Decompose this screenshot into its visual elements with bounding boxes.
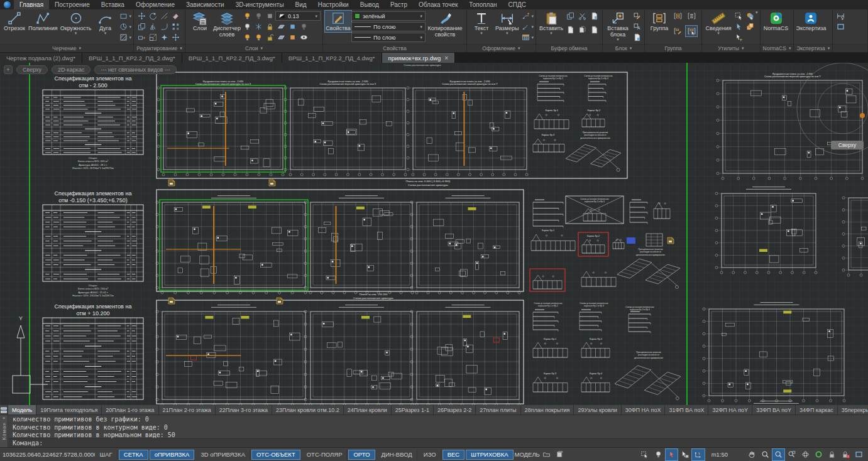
tool-cursorDash[interactable] [733,11,744,21]
tool-pie[interactable] [118,21,129,32]
tool-stackSq[interactable] [744,21,755,32]
model-space-drawing[interactable]: Схема расположения арматурыСпецификация … [0,63,868,405]
tool-cursorBlue[interactable] [733,21,744,32]
button-layersBig[interactable]: Слои [187,11,212,32]
tool-lampOff[interactable] [253,11,264,21]
tool-arrayR[interactable] [170,21,181,32]
nav-lens[interactable] [772,449,784,460]
sheet-tab-33ФП ВА поY[interactable]: 33ФП ВА поY [752,405,796,415]
nav-ringG[interactable] [813,449,825,460]
viewport-control-2[interactable]: 2D-каркас [52,65,91,74]
menu-tab-Вывод[interactable]: Вывод [354,0,385,9]
sheet-tab-28план покрытия[interactable]: 28план покрытия [521,405,574,415]
button-brush[interactable]: Копирование свойств [426,11,464,38]
viewport-control-1[interactable]: Сверху [16,65,48,74]
tool-docGear[interactable] [588,11,600,21]
ribbon-group-label[interactable]: Слои▾ [185,44,322,52]
tool-trim[interactable] [158,11,170,21]
command-input[interactable]: Команда: [9,438,868,447]
menu-tab-Растр[interactable]: Растр [385,0,413,9]
sheet-list-button[interactable] [0,405,8,415]
toggle-оПРИВЯЗКА[interactable]: оПРИВЯЗКА [150,450,195,460]
ribbon-group-label[interactable]: Группа [645,44,701,52]
tool-explode[interactable] [158,32,170,43]
tool-leader2[interactable] [520,21,531,32]
tool-snow[interactable] [253,21,264,32]
tool-plane[interactable] [275,32,287,43]
status-ucsAxes[interactable] [692,449,704,460]
tool-bulb[interactable] [241,21,253,32]
sheet-tab-Модель[interactable]: Модель [8,405,36,415]
sheet-tab-20План 1-го этажа[interactable]: 20План 1-го этажа [102,405,158,415]
close-icon[interactable]: × [3,415,6,421]
toggle-ШАГ[interactable]: ШАГ [95,450,118,460]
tool-lampOn[interactable] [253,32,264,43]
tool-copy2[interactable] [564,11,576,21]
color-combo[interactable]: зелёный▾ [351,11,426,21]
tool-lampOn[interactable] [241,32,253,43]
menu-tab-СПДС[interactable]: СПДС [503,0,532,9]
button-blockIns[interactable]: Вставка блока▾ [605,11,631,42]
menu-tab-Оформление[interactable]: Оформление [130,0,180,9]
sheet-tab-31ФП ВА поХ[interactable]: 31ФП ВА поХ [665,405,708,415]
sheet-tab-27план плиты[interactable]: 27план плиты [476,405,520,415]
sheet-tab-24План кровли[interactable]: 24План кровли [344,405,392,415]
sheet-tab-21План 2-го этажа[interactable]: 21План 2-го этажа [159,405,216,415]
tool-lockOpen[interactable] [264,32,275,43]
sheet-tab-35перекрытие нижняя X[interactable]: 35перекрытие нижняя X [838,405,868,415]
annotation-scale[interactable]: m1:50 [711,451,728,458]
tool-scale[interactable] [147,32,158,43]
menu-tab-Главная[interactable]: Главная [14,0,49,9]
linetype-combo[interactable]: По слою▾ [351,22,426,31]
ribbon-group-label[interactable]: Свойства [323,44,466,52]
ribbon-group-label[interactable]: Буфер обмена [536,44,602,52]
toggle-СЕТКА[interactable]: СЕТКА [119,450,148,460]
menu-tab-Облака точек[interactable]: Облака точек [413,0,463,9]
tool-erase[interactable] [170,11,181,21]
tool-mirror[interactable] [147,21,158,32]
ribbon-group-label[interactable]: NormaCS▾ [761,44,794,52]
tool-docs[interactable] [576,24,588,35]
sheet-tab-29Узлы кровли[interactable]: 29Узлы кровли [574,405,621,415]
ribbon-group-label[interactable]: Оформление▾ [467,44,536,52]
tool-move[interactable] [170,32,181,43]
tool-tableIc[interactable] [520,32,531,43]
ribbon-group-label[interactable]: Экспертиза▾ [794,44,832,52]
sheet-tab-32ФП НА поY[interactable]: 32ФП НА поY [708,405,752,415]
tool-lampOff[interactable] [298,21,309,32]
doc-tab[interactable]: ВРШ_1_1_П_КР2.2_ПД_4.dwg* [282,53,382,63]
menu-tab-Вставка[interactable]: Вставка [96,0,130,9]
command-panel-handle[interactable]: × Коман [0,415,8,447]
tool-lampOn[interactable] [241,11,253,21]
button-circle[interactable]: Окружность▾ [59,11,93,36]
sheet-tab-26Разрез 2-2[interactable]: 26Разрез 2-2 [434,405,476,415]
tool-hatch[interactable] [118,32,129,43]
ribbon-group-label[interactable]: Черчение▾ [0,44,133,52]
doc-tab[interactable]: ВРШ_1_1_П_КР2.2_ПД_3.dwg* [182,53,282,63]
menu-tab-Топоплан[interactable]: Топоплан [463,0,502,9]
tool-circlesSel[interactable] [744,11,755,21]
viewport-control-3[interactable]: --- нет связанных видов --- [94,65,177,74]
drawing-canvas[interactable]: +Сверху2D-каркас--- нет связанных видов … [0,63,868,405]
button-ruler[interactable]: Сведения▾ [704,11,733,36]
tool-dim[interactable] [835,11,846,21]
lineweight-combo[interactable]: 0.13▾ [275,11,321,21]
tool-plane[interactable] [275,21,287,32]
toggle-ДИН-ВВОД[interactable]: ДИН-ВВОД [376,450,417,460]
toggle-ОТС-ОБЪЕКТ[interactable]: ОТС-ОБЪЕКТ [251,450,300,460]
nav-lockG[interactable] [826,449,838,460]
ribbon-group-label[interactable]: Блок▾ [603,44,644,52]
sheet-tab-25Разрез 1-1[interactable]: 25Разрез 1-1 [392,405,434,415]
button-normacs[interactable]: NormaCS [762,11,790,32]
menu-tab-Зависимости[interactable]: Зависимости [180,0,230,9]
sheet-tab-30ФП НА поХ[interactable]: 30ФП НА поХ [622,405,666,415]
status-cursorRed[interactable] [666,449,678,460]
tool-leader[interactable] [520,11,531,21]
button-layers[interactable]: Диспетчер слоёв [212,11,241,38]
nav-hand[interactable] [745,449,757,460]
viewport-control-0[interactable]: + [4,65,13,74]
toggle-3D оПРИВЯЗКА[interactable]: 3D оПРИВЯЗКА [195,450,250,460]
menu-tab-Настройки[interactable]: Настройки [312,0,354,9]
button-textT[interactable]: Текст▾ [469,11,494,36]
status-bulb[interactable] [652,449,664,460]
